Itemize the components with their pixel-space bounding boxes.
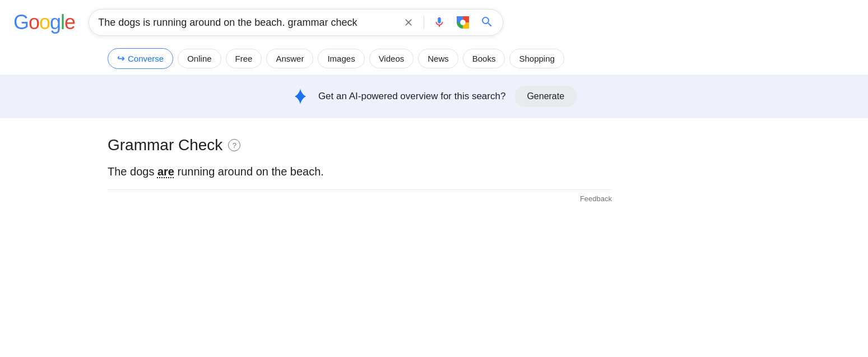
ai-star-icon xyxy=(291,87,309,105)
filter-chip-videos-label: Videos xyxy=(379,54,405,63)
help-icon[interactable]: ? xyxy=(228,139,240,151)
filter-chip-online-label: Online xyxy=(187,54,211,63)
filter-chip-online[interactable]: Online xyxy=(178,49,221,68)
filter-chip-shopping-label: Shopping xyxy=(519,54,554,63)
grammar-check-title: Grammar Check ? xyxy=(108,136,868,154)
converse-arrow-icon: ↪ xyxy=(117,53,124,64)
grammar-sentence: The dogs are running around on the beach… xyxy=(108,165,868,178)
filter-chip-converse-label: Converse xyxy=(128,54,164,63)
filter-chip-images[interactable]: Images xyxy=(318,49,364,68)
logo-g: G xyxy=(13,11,29,34)
filter-chip-books[interactable]: Books xyxy=(463,49,505,68)
lens-button[interactable] xyxy=(454,14,471,31)
filter-chip-shopping[interactable]: Shopping xyxy=(509,49,564,68)
corrected-word: are xyxy=(157,165,174,178)
ai-banner-inner: Get an AI-powered overview for this sear… xyxy=(291,86,577,107)
sentence-prefix: The dogs xyxy=(108,165,157,178)
logo-g2: g xyxy=(50,11,61,34)
microphone-icon xyxy=(433,16,445,29)
ai-banner-text: Get an AI-powered overview for this sear… xyxy=(318,91,506,102)
grammar-check-title-text: Grammar Check xyxy=(108,136,222,154)
filter-chip-news-label: News xyxy=(428,54,449,63)
filter-chip-news[interactable]: News xyxy=(418,49,458,68)
generate-button[interactable]: Generate xyxy=(514,86,577,107)
filter-chip-free-label: Free xyxy=(235,54,253,63)
search-icons-group xyxy=(400,14,494,31)
filter-chip-free[interactable]: Free xyxy=(226,49,262,68)
results-area: Grammar Check ? The dogs are running aro… xyxy=(0,118,868,253)
search-divider xyxy=(424,16,424,29)
logo-e: e xyxy=(64,11,75,34)
search-button[interactable] xyxy=(480,15,494,30)
sentence-suffix: running around on the beach. xyxy=(174,165,324,178)
logo-o1: o xyxy=(29,11,39,34)
search-icon xyxy=(480,15,494,29)
clear-button[interactable] xyxy=(400,14,417,31)
search-bar: The dogs is running around on the beach.… xyxy=(89,9,503,36)
result-divider xyxy=(108,189,612,190)
filter-chip-answer[interactable]: Answer xyxy=(266,49,313,68)
google-logo: Google xyxy=(13,11,75,34)
header: Google The dogs is running around on the… xyxy=(0,0,868,45)
svg-point-4 xyxy=(460,20,466,25)
filter-chip-books-label: Books xyxy=(472,54,496,63)
filter-chip-answer-label: Answer xyxy=(276,54,304,63)
ai-overview-banner: Get an AI-powered overview for this sear… xyxy=(0,75,868,118)
voice-search-button[interactable] xyxy=(431,14,448,31)
filter-row: ↪ Converse Online Free Answer Images Vid… xyxy=(0,45,868,75)
filter-chip-converse[interactable]: ↪ Converse xyxy=(108,48,173,69)
search-input[interactable]: The dogs is running around on the beach.… xyxy=(98,17,396,29)
logo-l: l xyxy=(61,11,64,34)
filter-chip-videos[interactable]: Videos xyxy=(369,49,414,68)
feedback-label[interactable]: Feedback xyxy=(108,194,612,203)
clear-icon xyxy=(403,17,414,28)
filter-chip-images-label: Images xyxy=(327,54,355,63)
logo-o2: o xyxy=(39,11,50,34)
lens-icon xyxy=(457,16,469,29)
